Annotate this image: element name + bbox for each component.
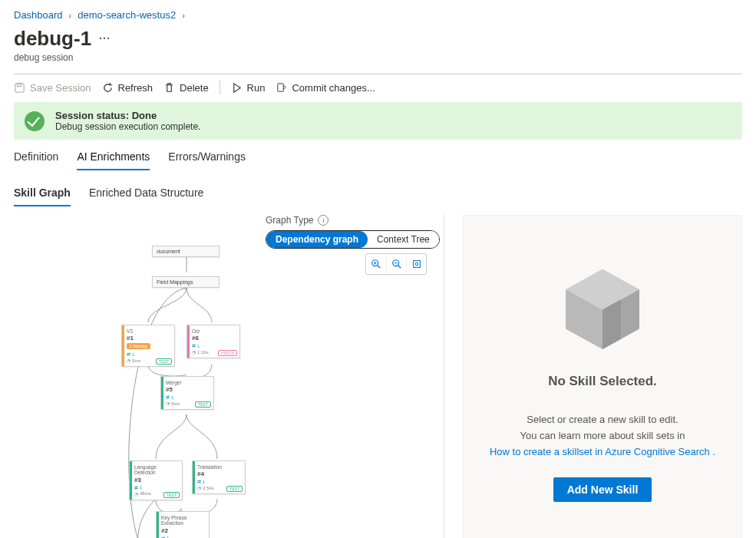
status-title: Session status: Done — [55, 110, 200, 121]
node-skill-3[interactable]: Language Detection #3 ⇄ 1 ◔ 48ms TEST — [129, 460, 183, 500]
node-field-mappings[interactable]: Field Mappings — [152, 276, 220, 288]
commit-changes-button[interactable]: Commit changes... — [276, 82, 375, 94]
refresh-button[interactable]: Refresh — [102, 82, 154, 94]
run-button[interactable]: Run — [231, 82, 266, 94]
more-actions-button[interactable]: ··· — [99, 33, 111, 44]
subtab-enriched-data[interactable]: Enriched Data Structure — [89, 183, 203, 206]
no-skill-msg-1: Select or create a new skill to edit. — [527, 414, 678, 425]
sub-tabs: Skill Graph Enriched Data Structure — [14, 183, 742, 206]
tab-errors-warnings[interactable]: Errors/Warnings — [168, 146, 246, 170]
play-icon — [231, 82, 243, 94]
page-subtitle: debug session — [14, 52, 742, 63]
tab-ai-enrichments[interactable]: AI Enrichments — [77, 146, 150, 170]
node-skill-5[interactable]: Merger #5 ⇄ 1 ◔ 0ms TEST — [160, 376, 214, 410]
dependency-graph[interactable]: document Field Mappings V3 #1 1 Warning … — [14, 215, 436, 538]
tab-definition[interactable]: Definition — [14, 146, 58, 170]
commit-icon — [276, 82, 287, 94]
delete-button[interactable]: Delete — [163, 82, 209, 94]
trash-icon — [163, 82, 175, 94]
primary-tabs: Definition AI Enrichments Errors/Warning… — [14, 146, 742, 171]
node-skill-1[interactable]: V3 #1 1 Warning ⇄ 1 ◔ 0ms TEST — [121, 325, 175, 367]
save-icon — [14, 82, 25, 94]
status-description: Debug session execution complete. — [55, 121, 200, 132]
page-title: debug-1 — [14, 27, 91, 51]
check-icon — [25, 111, 45, 131]
cube-icon — [556, 262, 649, 354]
chevron-right-icon: › — [182, 11, 185, 20]
no-skill-msg-2: You can learn more about skill sets in — [520, 430, 685, 441]
svg-rect-1 — [18, 83, 21, 86]
node-skill-6[interactable]: Ocr #6 ⇄ 1 ◔ 1.19s VISION — [187, 325, 240, 358]
node-skill-4[interactable]: Translation #4 ⇄ 1 ◔ 2.54s TEST — [192, 460, 246, 494]
refresh-icon — [102, 82, 114, 94]
subtab-skill-graph[interactable]: Skill Graph — [14, 183, 71, 206]
chevron-right-icon: › — [69, 11, 72, 20]
node-document[interactable]: document — [152, 246, 220, 257]
skill-detail-panel: No Skill Selected. Select or create a ne… — [463, 215, 742, 538]
save-session-button: Save Session — [14, 82, 91, 94]
node-skill-2[interactable]: Key Phrase Extraction #2 ⇄ 1 ◔ 428ms TES… — [156, 511, 210, 538]
breadcrumb: Dashboard › demo-search-westus2 › — [14, 9, 742, 21]
breadcrumb-dashboard[interactable]: Dashboard — [14, 9, 63, 21]
status-banner: Session status: Done Debug session execu… — [14, 102, 742, 140]
svg-rect-0 — [15, 83, 24, 91]
svg-rect-2 — [278, 83, 284, 91]
breadcrumb-resource[interactable]: demo-search-westus2 — [78, 9, 176, 21]
toolbar-separator — [220, 81, 220, 94]
add-new-skill-button[interactable]: Add New Skill — [553, 477, 652, 502]
toolbar: Save Session Refresh Delete Run Commit c… — [14, 74, 742, 102]
skillset-docs-link[interactable]: How to create a skillset in Azure Cognit… — [490, 446, 715, 457]
no-skill-heading: No Skill Selected. — [548, 374, 657, 389]
